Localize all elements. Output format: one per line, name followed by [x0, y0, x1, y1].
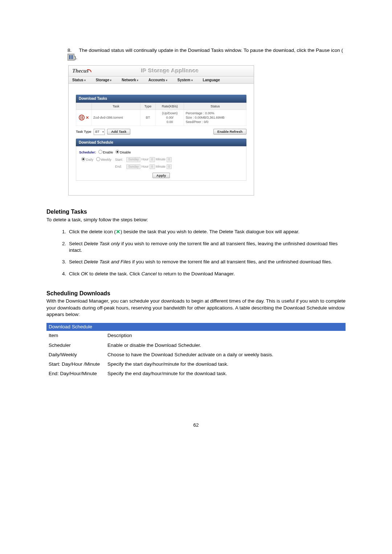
- main-menu: Status Storage Network Accounts System L…: [69, 77, 254, 84]
- menu-network[interactable]: Network: [122, 78, 138, 83]
- enable-refresh-button[interactable]: Enable Refresh: [213, 129, 246, 135]
- start-label: Start:: [114, 156, 124, 163]
- pause-icon: [68, 54, 74, 61]
- end-day-select[interactable]: Sunday: [126, 164, 140, 169]
- task-type-label: Task Type: [76, 130, 91, 134]
- item8-text-a: The download status will continually upd…: [79, 48, 343, 53]
- dl-sched-title: Download Schedule: [46, 323, 346, 331]
- cell-task: Zod-dvd-i386.torrent: [92, 110, 140, 126]
- radio-daily[interactable]: [81, 157, 85, 161]
- end-minute-label: Minute: [156, 165, 166, 168]
- item8-text-b: ).: [74, 55, 77, 60]
- pause-task-icon[interactable]: [79, 115, 85, 120]
- th-status: Status: [184, 103, 246, 110]
- enable-text: Enable: [103, 151, 113, 154]
- download-schedule-header: Download Schedule: [76, 139, 246, 147]
- end-minute-select[interactable]: 0: [167, 164, 172, 169]
- step2-a: Select: [69, 241, 84, 246]
- cell-status: Percentage : 0.00% Size : 0.00MB/3,361.6…: [184, 110, 246, 126]
- step-2: Select Delete Task only if you wish to r…: [68, 241, 346, 254]
- row2-desc: Specify the start day/hour/minute for th…: [105, 360, 346, 369]
- download-tasks-header: Download Tasks: [76, 95, 246, 103]
- list-number-8: 8.: [68, 47, 78, 54]
- delete-x-icon: ✕: [116, 229, 121, 235]
- th-item: Item: [46, 331, 105, 340]
- start-hour-select[interactable]: 0: [150, 157, 155, 162]
- start-hour-label: Hour: [142, 157, 149, 161]
- row2-item: Start: Day/Hour /Minute: [46, 360, 105, 369]
- step2-em: Delete Task only: [84, 241, 120, 246]
- row0-desc: Enable or disable the Download Scheduler…: [105, 341, 346, 350]
- numbered-item-8: 8. The download status will continually …: [46, 47, 346, 61]
- tasks-table: Task Type Rate(KB/s) Status ✕ Zod-dvd-i3…: [76, 103, 246, 126]
- step1-a: Click the delete icon (: [69, 229, 116, 234]
- th-task: Task: [92, 103, 140, 110]
- row1-item: Daily/Weekly: [46, 350, 105, 360]
- app-title: IP Storage Appliance: [89, 67, 252, 74]
- menu-storage[interactable]: Storage: [96, 78, 111, 83]
- end-hour-label: Hour: [142, 165, 149, 168]
- row3-item: End: Day/Hour/Minute: [46, 369, 105, 378]
- table-row: ✕ Zod-dvd-i386.torrent BT (Up/Down) 0.00…: [76, 110, 246, 126]
- task-type-select[interactable]: BT: [94, 129, 105, 135]
- end-hour-select[interactable]: 0: [150, 164, 155, 169]
- step4-ok: OK: [81, 271, 88, 276]
- radio-disable[interactable]: [115, 150, 119, 154]
- deleting-tasks-lead: To delete a task, simply follow the step…: [46, 217, 346, 223]
- start-minute-label: Minute: [156, 157, 166, 161]
- scheduling-heading: Scheduling Downloads: [46, 290, 346, 297]
- menu-accounts[interactable]: Accounts: [148, 78, 167, 83]
- deleting-steps: Click the delete icon (✕) beside the tas…: [46, 228, 346, 277]
- th-type: Type: [140, 103, 155, 110]
- schedule-table: Daily Weekly Start: Sunday Hour 0 Minute…: [79, 156, 174, 171]
- cell-rate: (Up/Down) 0.00/ 0.00: [156, 110, 184, 126]
- download-schedule-table: Download Schedule Item Description Sched…: [46, 323, 346, 378]
- step4-c: to return to the Download Manager.: [157, 271, 235, 276]
- menu-status[interactable]: Status: [72, 78, 86, 83]
- row0-item: Scheduler: [46, 341, 105, 350]
- page-number: 62: [46, 422, 346, 428]
- daily-text: Daily: [86, 158, 93, 161]
- scheduling-lead: With the Download Manager, you can sched…: [46, 298, 346, 318]
- radio-enable[interactable]: [98, 150, 102, 154]
- embedded-screenshot: Thecus IP Storage Appliance Status Stora…: [68, 65, 254, 196]
- scheduler-label: Scheduler:: [79, 150, 96, 155]
- step-3: Select Delete Task and Files if you wish…: [68, 259, 346, 265]
- delete-task-icon[interactable]: ✕: [86, 115, 89, 120]
- step1-b: ) beside the task that you wish to delet…: [121, 229, 299, 234]
- cell-type: BT: [140, 110, 155, 126]
- start-day-select[interactable]: Sunday: [126, 157, 140, 162]
- step3-b: if you wish to remove the torrent file a…: [131, 259, 332, 264]
- add-task-button[interactable]: Add Task: [107, 129, 130, 135]
- brand-logo: Thecus: [71, 67, 89, 74]
- screenshot-header: Thecus IP Storage Appliance: [69, 66, 254, 76]
- end-label: End:: [114, 164, 124, 170]
- step-4: Click OK to delete the task. Click Cance…: [68, 271, 346, 277]
- deleting-tasks-heading: Deleting Tasks: [46, 208, 346, 216]
- step3-em: Delete Task and Files: [84, 259, 131, 264]
- radio-weekly[interactable]: [96, 157, 100, 161]
- step3-a: Select: [69, 259, 84, 264]
- th-desc: Description: [105, 331, 346, 340]
- step-1: Click the delete icon (✕) beside the tas…: [68, 228, 346, 235]
- step4-cancel: Cancel: [142, 271, 157, 276]
- start-minute-select[interactable]: 0: [167, 157, 172, 162]
- row1-desc: Choose to have the Download Scheduler ac…: [105, 350, 346, 360]
- row3-desc: Specify the end day/hour/minute for the …: [105, 369, 346, 378]
- menu-language[interactable]: Language: [203, 78, 220, 83]
- step4-a: Click: [69, 271, 81, 276]
- th-rate: Rate(KB/s): [156, 103, 184, 110]
- menu-system[interactable]: System: [177, 78, 193, 83]
- step4-b: to delete the task. Click: [88, 271, 142, 276]
- disable-text: Disable: [120, 151, 131, 154]
- apply-button[interactable]: Apply: [152, 173, 170, 178]
- weekly-text: Weekly: [101, 158, 111, 161]
